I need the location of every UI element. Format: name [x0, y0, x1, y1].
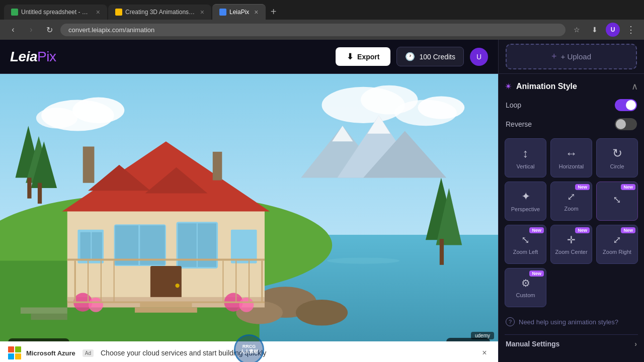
- animation-style-icon: ✴: [505, 81, 512, 92]
- ad-text: Choose your cloud services and start bui…: [101, 348, 472, 357]
- style-vertical[interactable]: ↕ Vertical: [505, 138, 546, 177]
- svg-rect-42: [231, 230, 257, 263]
- tab-label-2: Creating 3D Animations & G...: [125, 9, 195, 16]
- horizontal-label: Horizontal: [559, 163, 584, 169]
- loop-toggle[interactable]: [615, 99, 637, 111]
- reverse-toggle[interactable]: [615, 118, 637, 130]
- svg-rect-63: [31, 314, 67, 320]
- tab-1[interactable]: Untitled spreadsheet - Goo... ×: [4, 5, 107, 20]
- style-custom[interactable]: New ⚙ Custom: [505, 268, 546, 307]
- loop-label: Loop: [506, 101, 521, 109]
- ad-badge: Ad: [83, 349, 94, 357]
- logo: LeiaPix: [10, 49, 56, 65]
- style-zoom[interactable]: New ⤢ Zoom: [550, 182, 592, 221]
- style-grid-row2: ✦ Perspective New ⤢ Zoom New ⤡: [505, 182, 638, 221]
- sidebar: + + Upload ✴ Animation Style ∧ Loop: [498, 40, 644, 362]
- svg-point-16: [327, 257, 400, 263]
- new-badge-custom: New: [529, 270, 544, 277]
- reload-button[interactable]: ↻: [42, 23, 56, 37]
- upload-button[interactable]: + + Upload: [506, 44, 637, 69]
- new-badge-zoom-right: New: [621, 227, 635, 233]
- svg-rect-32: [213, 152, 222, 180]
- help-row[interactable]: ? Need help using animation styles?: [505, 313, 638, 330]
- chevron-right-icon: ›: [634, 340, 637, 348]
- dolly-icon: ⤡: [613, 194, 621, 206]
- tab-favicon-1: [11, 9, 18, 16]
- svg-rect-47: [135, 307, 197, 312]
- download-button[interactable]: ⬇: [588, 23, 602, 37]
- circle-icon: ↻: [612, 146, 622, 160]
- style-grid-row3: New ⤡ Zoom Left New ✛ Zoom Center New ⤢: [505, 225, 638, 264]
- credits-button[interactable]: 🕐 100 Credits: [396, 47, 464, 66]
- style-zoom-left[interactable]: New ⤡ Zoom Left: [505, 225, 546, 264]
- address-bar[interactable]: convert.leiapix.com/animation: [60, 24, 566, 36]
- svg-point-7: [418, 96, 464, 119]
- ad-banner: Microsoft Azure Ad Choose your cloud ser…: [0, 341, 498, 362]
- svg-rect-31: [83, 147, 95, 183]
- tab-close-3[interactable]: ×: [254, 8, 258, 16]
- ad-company-name: Microsoft Azure: [26, 349, 75, 357]
- credits-label: 100 Credits: [419, 53, 455, 61]
- zoom-center-icon: ✛: [567, 234, 576, 246]
- clock-icon: 🕐: [405, 52, 415, 61]
- vertical-label: Vertical: [516, 163, 534, 169]
- zoom-label: Zoom: [564, 206, 578, 212]
- section-header: ✴ Animation Style ∧: [505, 81, 638, 92]
- style-perspective[interactable]: ✦ Perspective: [505, 182, 546, 221]
- tab-label-3: LeiaPix: [229, 9, 249, 16]
- svg-rect-25: [27, 177, 31, 198]
- svg-point-20: [296, 300, 348, 326]
- new-tab-button[interactable]: +: [267, 5, 281, 19]
- tab-2[interactable]: Creating 3D Animations & G... ×: [108, 5, 211, 20]
- more-button[interactable]: ⋮: [624, 23, 638, 37]
- logo-leia: Leia: [10, 49, 37, 64]
- help-icon: ?: [506, 317, 515, 326]
- svg-rect-34: [80, 232, 91, 261]
- bookmark-button[interactable]: ☆: [570, 23, 584, 37]
- style-grid-row1: ↕ Vertical ↔ Horizontal ↻ Circle: [505, 138, 638, 177]
- forward-button[interactable]: ›: [24, 23, 38, 37]
- section-title: ✴ Animation Style: [505, 81, 577, 92]
- header-actions: ⬇ Export 🕐 100 Credits U: [336, 47, 488, 66]
- upload-icon: +: [551, 51, 557, 62]
- style-dolly[interactable]: New ⤡: [596, 182, 638, 221]
- ms-logo: [8, 346, 21, 359]
- style-circle[interactable]: ↻ Circle: [596, 138, 638, 177]
- custom-icon: ⚙: [521, 277, 530, 289]
- nav-bar: ‹ › ↻ convert.leiapix.com/animation ☆ ⬇ …: [0, 20, 644, 40]
- style-horizontal[interactable]: ↔ Horizontal: [550, 138, 592, 177]
- new-badge-zoom: New: [575, 184, 590, 190]
- circle-label: Circle: [610, 163, 624, 169]
- manual-settings-row[interactable]: Manual Settings ›: [505, 334, 638, 353]
- back-button[interactable]: ‹: [6, 23, 20, 37]
- svg-point-44: [175, 284, 179, 288]
- style-zoom-center[interactable]: New ✛ Zoom Center: [550, 225, 592, 264]
- zoom-right-label: Zoom Right: [603, 249, 631, 255]
- zoom-left-label: Zoom Left: [513, 249, 538, 255]
- browser-chrome: Untitled spreadsheet - Goo... × Creating…: [0, 0, 644, 40]
- style-zoom-right[interactable]: New ⤢ Zoom Right: [596, 225, 638, 264]
- tab-close-1[interactable]: ×: [96, 8, 100, 16]
- loop-row: Loop: [505, 99, 638, 111]
- export-button[interactable]: ⬇ Export: [336, 47, 390, 66]
- animation-style-section: ✴ Animation Style ∧ Loop Reverse: [505, 81, 638, 353]
- horizontal-icon: ↔: [566, 146, 578, 160]
- ad-close-button[interactable]: ×: [479, 347, 490, 358]
- zoom-left-icon: ⤡: [521, 234, 530, 246]
- profile-button[interactable]: U: [606, 23, 620, 37]
- zoom-right-icon: ⤢: [613, 234, 621, 246]
- user-avatar[interactable]: U: [470, 48, 488, 66]
- collapse-button[interactable]: ∧: [631, 81, 638, 92]
- logo-text: LeiaPix: [10, 49, 56, 65]
- new-badge-zoom-center: New: [575, 227, 590, 233]
- manual-settings-label: Manual Settings: [506, 340, 559, 348]
- zoom-icon: ⤢: [567, 191, 576, 203]
- tab-3-active[interactable]: LeiaPix ×: [212, 4, 266, 20]
- tab-bar: Untitled spreadsheet - Goo... × Creating…: [0, 0, 644, 20]
- tab-close-2[interactable]: ×: [200, 8, 204, 16]
- export-label: Export: [357, 53, 379, 61]
- svg-point-51: [239, 298, 254, 312]
- canvas-illustration: [0, 74, 498, 362]
- ad-logo: Microsoft Azure: [8, 346, 75, 359]
- reverse-row: Reverse: [505, 118, 638, 130]
